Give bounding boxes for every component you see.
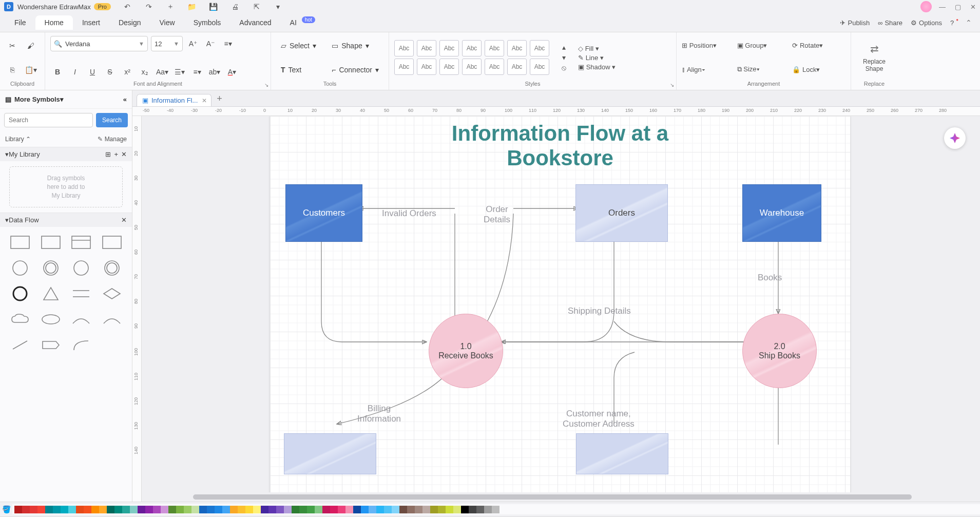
color-swatch[interactable]: [399, 506, 407, 513]
shadow-button[interactable]: ▣ Shadow ▾: [578, 63, 616, 71]
shape-datastore[interactable]: [69, 283, 94, 304]
menu-insert[interactable]: Insert: [73, 15, 109, 30]
shape-ellipse[interactable]: [38, 309, 64, 330]
shape-bold-circle[interactable]: [7, 283, 33, 304]
redo-icon[interactable]: ↷: [142, 0, 156, 14]
lib-action-icon[interactable]: ⊞: [105, 150, 111, 158]
connector-tool-button[interactable]: ⌐Connector ▾: [327, 63, 383, 76]
shape-tool-button[interactable]: ▭Shape ▾: [327, 39, 383, 52]
color-swatch[interactable]: [438, 506, 446, 513]
font-family-select[interactable]: 🔍Verdana▼: [50, 36, 148, 51]
color-swatch[interactable]: [384, 506, 392, 513]
color-swatch[interactable]: [30, 506, 37, 513]
color-swatch[interactable]: [276, 506, 284, 513]
color-swatch[interactable]: [61, 506, 68, 513]
color-swatch[interactable]: [207, 506, 215, 513]
shape-double-circle[interactable]: [38, 258, 64, 278]
color-swatch[interactable]: [322, 506, 330, 513]
node-receive-books[interactable]: 1.0Receive Books: [429, 314, 503, 388]
color-swatch[interactable]: [238, 506, 245, 513]
color-swatch[interactable]: [361, 506, 369, 513]
color-swatch[interactable]: [430, 506, 438, 513]
style-swatch-12[interactable]: Abc: [485, 59, 504, 75]
dataflow-close-icon[interactable]: ✕: [121, 216, 127, 224]
italic-icon[interactable]: I: [68, 65, 82, 79]
new-icon[interactable]: ＋: [163, 0, 178, 14]
underline-icon[interactable]: U: [85, 65, 100, 79]
color-swatch[interactable]: [453, 506, 461, 513]
label-billing[interactable]: Billing Information: [357, 404, 401, 424]
label-invalid-orders[interactable]: Invalid Orders: [382, 208, 436, 219]
color-swatch[interactable]: [215, 506, 222, 513]
menu-file[interactable]: File: [5, 15, 35, 30]
style-swatch-10[interactable]: Abc: [439, 59, 459, 75]
add-tab-button[interactable]: +: [212, 91, 227, 106]
color-swatch[interactable]: [284, 506, 292, 513]
color-swatch[interactable]: [315, 506, 322, 513]
my-library-dropzone[interactable]: Drag symbols here to add to My Library: [9, 166, 123, 207]
shape-triangle[interactable]: [38, 283, 64, 304]
style-swatch-13[interactable]: Abc: [507, 59, 527, 75]
color-swatch[interactable]: [138, 506, 145, 513]
font-color-icon[interactable]: A▾: [225, 65, 239, 79]
color-swatch[interactable]: [45, 506, 53, 513]
style-swatch-14[interactable]: Abc: [530, 59, 549, 75]
style-swatch-5[interactable]: Abc: [485, 40, 504, 56]
color-swatch[interactable]: [261, 506, 268, 513]
color-swatch[interactable]: [122, 506, 130, 513]
style-swatch-1[interactable]: Abc: [394, 40, 414, 56]
color-swatch[interactable]: [292, 506, 299, 513]
color-swatch[interactable]: [184, 506, 191, 513]
menu-advanced[interactable]: Advanced: [230, 15, 280, 30]
color-swatch[interactable]: [392, 506, 399, 513]
horizontal-scrollbar[interactable]: [142, 493, 980, 502]
color-swatch[interactable]: [461, 506, 469, 513]
cut-icon[interactable]: ✂: [5, 39, 20, 53]
color-swatch[interactable]: [245, 506, 253, 513]
maximize-icon[interactable]: ▢: [955, 3, 961, 11]
undo-icon[interactable]: ↶: [120, 0, 134, 14]
export-icon[interactable]: ⇱: [249, 0, 264, 14]
shape-header-box[interactable]: [69, 232, 94, 253]
shape-curve[interactable]: [69, 335, 94, 355]
color-swatch[interactable]: [76, 506, 84, 513]
text-direction-icon[interactable]: ab▾: [207, 65, 222, 79]
color-swatch[interactable]: [345, 506, 353, 513]
style-swatch-8[interactable]: Abc: [394, 59, 414, 75]
style-swatch-9[interactable]: Abc: [417, 59, 436, 75]
shape-arc-2[interactable]: [99, 309, 125, 330]
styles-up-icon[interactable]: ▴: [556, 42, 571, 52]
text-case-icon[interactable]: Aa▾: [155, 65, 169, 79]
color-swatch[interactable]: [91, 506, 99, 513]
color-swatch[interactable]: [199, 506, 207, 513]
lock-button[interactable]: 🔒 Lock▾: [792, 66, 846, 73]
color-swatch[interactable]: [469, 506, 476, 513]
color-swatch[interactable]: [353, 506, 361, 513]
color-swatch[interactable]: [176, 506, 184, 513]
menu-home[interactable]: Home: [35, 15, 73, 30]
color-swatch[interactable]: [369, 506, 376, 513]
superscript-icon[interactable]: x²: [120, 65, 134, 79]
data-flow-section[interactable]: ▾ Data Flow ✕: [0, 213, 132, 227]
style-swatch-2[interactable]: Abc: [417, 40, 436, 56]
open-icon[interactable]: 📁: [185, 0, 199, 14]
shape-double-circle-2[interactable]: [99, 258, 125, 278]
select-tool-button[interactable]: ▱Select ▾: [276, 39, 325, 52]
color-swatch[interactable]: [422, 506, 430, 513]
node-ship-books[interactable]: 2.0Ship Books: [742, 314, 817, 388]
shape-circle[interactable]: [7, 258, 33, 278]
menu-view[interactable]: View: [150, 15, 184, 30]
color-swatch[interactable]: [161, 506, 168, 513]
menu-symbols[interactable]: Symbols: [184, 15, 230, 30]
group-button[interactable]: ▣ Group▾: [737, 42, 791, 49]
shape-line[interactable]: [7, 335, 33, 355]
subscript-icon[interactable]: x₂: [138, 65, 152, 79]
line-spacing-icon[interactable]: ☰▾: [172, 65, 187, 79]
line-button[interactable]: ✎ Line ▾: [578, 54, 616, 62]
symbol-search-button[interactable]: Search: [96, 113, 128, 127]
color-swatch[interactable]: [145, 506, 153, 513]
share-button[interactable]: ∞Share: [874, 17, 907, 29]
style-swatch-7[interactable]: Abc: [530, 40, 549, 56]
close-icon[interactable]: ✕: [970, 3, 976, 11]
color-swatch[interactable]: [376, 506, 384, 513]
